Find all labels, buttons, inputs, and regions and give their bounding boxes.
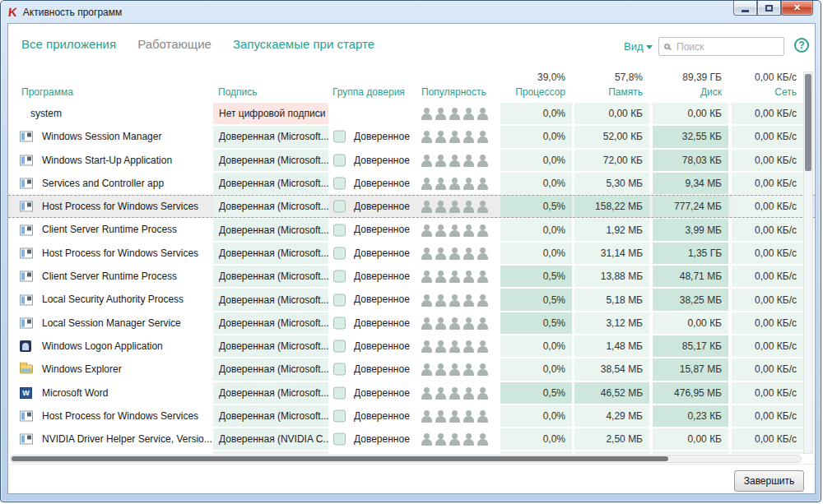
tab-all-applications[interactable]: Все приложения: [21, 37, 116, 51]
signature-cell: Доверенная (Microsoft...: [213, 196, 328, 217]
window-title: Активность программ: [23, 7, 122, 18]
person-icon: [477, 432, 488, 446]
chevron-down-icon: [646, 45, 653, 49]
table-row[interactable]: Host Process for Windows ServicesДоверен…: [8, 405, 815, 428]
person-icon: [477, 107, 488, 120]
table-row[interactable]: Local Session Manager ServiceДоверенная …: [8, 312, 815, 335]
view-dropdown[interactable]: Вид: [624, 40, 653, 53]
signature-cell: Доверенная (Microsoft...: [213, 219, 328, 240]
table-row[interactable]: Host Process for Windows ServicesДоверен…: [8, 242, 815, 265]
maximize-button[interactable]: [757, 1, 781, 16]
program-name: Windows Logon Application: [42, 335, 163, 358]
table-row[interactable]: Local Security Authority ProcessДоверенн…: [8, 288, 815, 311]
trust-group-checkbox[interactable]: [333, 317, 346, 329]
person-icon: [477, 317, 488, 330]
person-icon: [449, 270, 460, 283]
search-icon: [664, 44, 670, 49]
person-icon: [435, 340, 446, 353]
stat-mem-total: 57,8%: [574, 72, 649, 83]
person-icon: [435, 317, 446, 330]
person-icon: [421, 107, 432, 120]
trust-group-checkbox[interactable]: [333, 201, 346, 213]
cpu-cell: 0,5%: [500, 196, 572, 217]
person-icon: [477, 177, 488, 190]
person-icon: [463, 247, 474, 260]
memory-cell: 31,14 МБ: [574, 243, 649, 264]
column-header-mem[interactable]: Память: [574, 86, 649, 98]
tab-startup[interactable]: Запускаемые при старте: [233, 37, 374, 51]
table-row[interactable]: Windows Logon ApplicationДоверенная (Mic…: [8, 335, 815, 358]
person-icon: [463, 200, 474, 213]
program-name: Local Security Authority Process: [42, 288, 184, 311]
trust-group-label: Доверенное: [354, 381, 410, 405]
table-row[interactable]: Windows Session ManagerДоверенная (Micro…: [8, 125, 815, 148]
trust-group-checkbox[interactable]: [333, 433, 346, 446]
person-icon: [477, 154, 488, 167]
table-row[interactable]: Services and Controller appДоверенная (M…: [8, 172, 815, 195]
application-icon: [20, 411, 33, 422]
table-row[interactable]: Windows Start-Up ApplicationДоверенная (…: [8, 149, 815, 172]
column-header-popularity[interactable]: Популярность: [421, 86, 486, 98]
column-header-cpu[interactable]: Процессор: [500, 86, 572, 98]
cpu-cell: 0,0%: [500, 173, 572, 194]
signature-cell: Доверенная (Microsoft...: [213, 243, 328, 264]
column-header-program[interactable]: Программа: [21, 86, 73, 98]
table-row[interactable]: systemНет цифровой подписи0,0%0,00 КБ0,0…: [8, 102, 815, 125]
person-icon: [449, 200, 460, 213]
trust-group-label: Доверенное: [354, 172, 410, 195]
person-icon: [449, 386, 460, 400]
program-name: NVIDIA Driver Helper Service, Versio...: [42, 428, 212, 451]
table-row[interactable]: Host Process for Windows ServicesДоверен…: [8, 195, 815, 218]
trust-group-checkbox[interactable]: [333, 270, 346, 283]
table-row[interactable]: [8, 451, 815, 454]
signature-cell: Доверенная (Microsoft...: [213, 405, 328, 427]
trust-group-checkbox[interactable]: [333, 340, 346, 353]
network-cell: 0,00 КБ/с: [732, 428, 803, 450]
person-icon: [421, 154, 432, 167]
trust-group-checkbox[interactable]: [333, 178, 346, 190]
column-header-net[interactable]: Сеть: [732, 86, 803, 98]
person-icon: [449, 363, 460, 376]
horizontal-scrollbar[interactable]: [10, 455, 802, 463]
table-row[interactable]: Client Server Runtime ProcessДоверенная …: [8, 265, 815, 288]
table-row[interactable]: Client Server Runtime ProcessДоверенная …: [8, 218, 815, 241]
popularity-rating: [421, 200, 488, 213]
trust-group-checkbox[interactable]: [333, 363, 346, 376]
network-cell: 0,00 КБ/с: [732, 335, 803, 357]
program-name: Host Process for Windows Services: [42, 242, 198, 265]
tab-running[interactable]: Работающие: [137, 37, 212, 51]
help-button[interactable]: ?: [794, 38, 809, 53]
disk-cell: 0,23 КБ: [653, 405, 728, 427]
popularity-rating: [421, 386, 488, 400]
table-row[interactable]: WMicrosoft WordДоверенная (Microsoft...Д…: [8, 381, 815, 405]
person-icon: [449, 107, 460, 120]
disk-cell: 0,00 КБ: [653, 312, 728, 334]
trust-group-checkbox[interactable]: [333, 410, 346, 423]
column-header-signature[interactable]: Подпись: [218, 86, 258, 98]
trust-group-checkbox[interactable]: [333, 294, 346, 306]
trust-group-label: Доверенное: [354, 195, 410, 218]
person-icon: [421, 432, 432, 446]
table-row[interactable]: NVIDIA Driver Helper Service, Versio...Д…: [8, 428, 815, 451]
horizontal-scrollbar-thumb[interactable]: [12, 456, 668, 461]
minimize-button[interactable]: [733, 1, 757, 16]
trust-group-checkbox[interactable]: [333, 131, 346, 143]
table-row[interactable]: Windows ExplorerДоверенная (Microsoft...…: [8, 358, 815, 381]
close-button[interactable]: ✕: [781, 1, 813, 16]
person-icon: [435, 294, 446, 307]
trust-group-checkbox[interactable]: [333, 224, 346, 236]
vertical-scrollbar[interactable]: [803, 72, 813, 454]
trust-group-checkbox[interactable]: [333, 247, 346, 259]
cpu-cell: 0,0%: [500, 405, 572, 427]
trust-group-checkbox[interactable]: [333, 386, 346, 399]
vertical-scrollbar-thumb[interactable]: [805, 74, 811, 171]
search-input[interactable]: [675, 40, 779, 53]
disk-cell: 777,24 МБ: [653, 196, 728, 217]
person-icon: [463, 130, 474, 143]
person-icon: [477, 130, 488, 143]
popularity-rating: [421, 294, 488, 307]
trust-group-checkbox[interactable]: [333, 154, 346, 166]
column-header-trust[interactable]: Группа доверия: [332, 86, 405, 98]
terminate-button[interactable]: Завершить: [734, 470, 804, 492]
column-header-disk[interactable]: Диск: [653, 86, 728, 98]
